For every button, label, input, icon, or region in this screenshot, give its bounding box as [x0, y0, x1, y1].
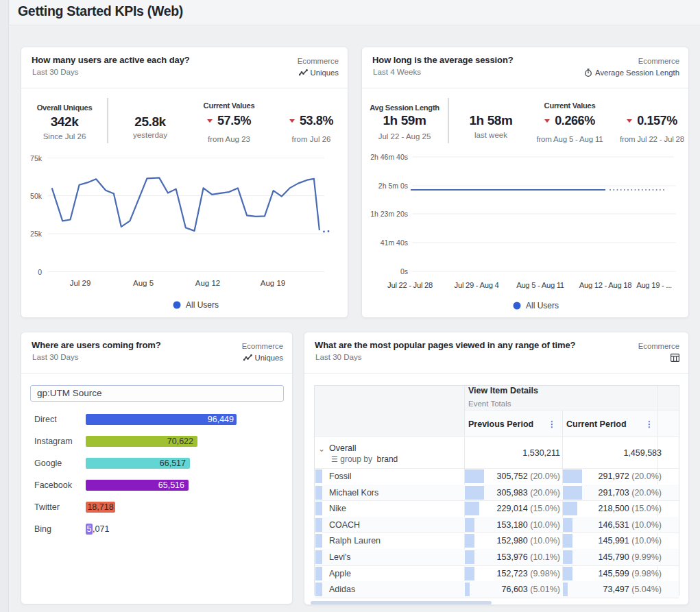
- svg-text:Aug 12: Aug 12: [195, 279, 220, 287]
- svg-text:Aug 19 - ...: Aug 19 - ...: [636, 281, 672, 289]
- svg-text:0: 0: [38, 268, 42, 276]
- svg-text:Jul 29 - Aug 4: Jul 29 - Aug 4: [455, 281, 499, 289]
- svg-text:Aug 5: Aug 5: [133, 279, 154, 287]
- svg-text:41m 40s: 41m 40s: [381, 238, 408, 247]
- svg-text:1h 23m 20s: 1h 23m 20s: [370, 210, 408, 218]
- svg-text:Jul 29: Jul 29: [70, 279, 91, 287]
- svg-text:All Users: All Users: [186, 300, 219, 310]
- svg-text:0s: 0s: [400, 267, 408, 276]
- svg-text:2h 46m 40s: 2h 46m 40s: [370, 153, 408, 161]
- svg-text:Aug 5 - Aug 11: Aug 5 - Aug 11: [516, 281, 564, 289]
- svg-text:2h 5m 0s: 2h 5m 0s: [378, 182, 408, 190]
- svg-text:Aug 12 - Aug 18: Aug 12 - Aug 18: [579, 281, 632, 289]
- svg-text:50k: 50k: [30, 192, 43, 200]
- svg-text:75k: 75k: [30, 154, 43, 162]
- svg-text:Jul 22 - Jul 28: Jul 22 - Jul 28: [387, 281, 433, 289]
- svg-text:All Users: All Users: [526, 301, 559, 310]
- svg-text:25k: 25k: [30, 230, 43, 238]
- svg-text:Aug 19: Aug 19: [261, 279, 285, 287]
